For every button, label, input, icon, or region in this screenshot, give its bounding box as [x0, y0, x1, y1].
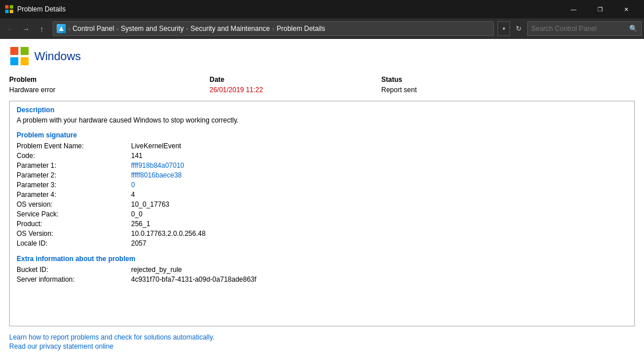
address-dropdown-button[interactable]: ▾ [497, 21, 510, 36]
sig-label: Parameter 1: [17, 161, 131, 170]
extra-label: Server information: [17, 275, 131, 284]
col-header-status: Status [381, 76, 635, 84]
sig-value: 0_0 [131, 210, 627, 219]
extra-info-title: Extra information about the problem [17, 255, 627, 263]
extra-info-table: Bucket ID:rejected_by_ruleServer informa… [17, 265, 627, 284]
sep-4: › [271, 25, 276, 32]
problem-date: 26/01/2019 11:22 [210, 86, 381, 94]
forward-button[interactable]: → [18, 21, 33, 36]
sig-label: Product: [17, 219, 131, 228]
sep-3: › [185, 25, 189, 32]
sig-label: Parameter 4: [17, 190, 131, 199]
window-title: Problem Details [17, 5, 560, 13]
sig-value: 2057 [131, 239, 627, 248]
privacy-link[interactable]: Read our privacy statement online [9, 342, 635, 350]
description-text: A problem with your hardware caused Wind… [17, 116, 627, 124]
svg-rect-8 [21, 57, 29, 65]
sig-value: ffff918b84a07010 [131, 161, 627, 170]
sig-label: Parameter 3: [17, 180, 131, 190]
close-button[interactable]: ✕ [613, 0, 639, 18]
sig-label: Code: [17, 151, 131, 160]
path-icon [57, 24, 66, 33]
window-controls: — ❐ ✕ [560, 0, 639, 18]
problem-signature-table: Problem Event Name:LiveKernelEventCode:1… [17, 141, 627, 248]
main-content: Windows Problem Date Status Hardware err… [0, 39, 644, 363]
up-button[interactable]: ↑ [34, 21, 49, 36]
sig-value: 4 [131, 190, 627, 199]
sig-label: OS version: [17, 200, 131, 209]
search-box: 🔍 [527, 21, 642, 36]
svg-rect-0 [5, 5, 9, 9]
problem-table-header: Problem Date Status [9, 76, 635, 84]
sig-value: 0 [131, 180, 627, 190]
address-path: › Control Panel › System and Security › … [53, 21, 494, 36]
windows-header: Windows [9, 46, 635, 66]
windows-logo-icon [9, 46, 30, 66]
svg-rect-3 [10, 10, 13, 13]
sep-1: › [67, 25, 72, 32]
extra-label: Bucket ID: [17, 265, 131, 274]
links-section: Learn how to report problems and check f… [9, 333, 635, 352]
app-icon [5, 5, 14, 14]
sig-value: fffff8016baece38 [131, 171, 627, 180]
sig-label: Service Pack: [17, 210, 131, 219]
svg-rect-2 [5, 10, 9, 13]
windows-title: Windows [34, 50, 81, 63]
learn-link[interactable]: Learn how to report problems and check f… [9, 333, 635, 341]
svg-rect-5 [10, 47, 18, 55]
breadcrumb-security-maintenance[interactable]: Security and Maintenance [191, 25, 270, 33]
back-button[interactable]: ← [2, 21, 17, 36]
breadcrumb-control-panel[interactable]: Control Panel [73, 25, 114, 33]
refresh-button[interactable]: ↻ [511, 21, 526, 36]
svg-rect-7 [10, 57, 18, 65]
problem-row: Hardware error 26/01/2019 11:22 Report s… [9, 86, 635, 94]
address-bar-end: ▾ ↻ [497, 21, 526, 36]
sep-2: › [115, 25, 120, 32]
sig-label: Locale ID: [17, 239, 131, 248]
problem-status: Report sent [381, 86, 635, 94]
problem-signature-title: Problem signature [17, 131, 627, 139]
minimize-button[interactable]: — [560, 0, 587, 18]
extra-value: rejected_by_rule [131, 265, 627, 274]
breadcrumb-system-security[interactable]: System and Security [121, 25, 184, 33]
svg-rect-1 [10, 5, 13, 9]
sig-value: 256_1 [131, 219, 627, 228]
svg-rect-6 [21, 47, 29, 55]
problem-name: Hardware error [9, 86, 210, 94]
sig-value: 10_0_17763 [131, 200, 627, 209]
breadcrumb-problem-details[interactable]: Problem Details [276, 25, 325, 33]
address-bar: ← → ↑ › Control Panel › System and Secur… [0, 18, 644, 39]
sig-value: 141 [131, 151, 627, 160]
description-section-title: Description [17, 106, 627, 114]
extra-value: 4c931f70-bfa7-4131-a09d-0a718ade863f [131, 275, 627, 284]
restore-button[interactable]: ❐ [587, 0, 613, 18]
sig-label: Parameter 2: [17, 171, 131, 180]
sig-label: Problem Event Name: [17, 141, 131, 151]
sig-label: OS Version: [17, 229, 131, 238]
search-icon[interactable]: 🔍 [629, 25, 638, 33]
col-header-date: Date [210, 76, 381, 84]
sig-value: LiveKernelEvent [131, 141, 627, 151]
col-header-problem: Problem [9, 76, 210, 84]
sig-value: 10.0.17763.2.0.0.256.48 [131, 229, 627, 238]
title-bar: Problem Details — ❐ ✕ [0, 0, 644, 18]
search-input[interactable] [531, 25, 627, 33]
svg-marker-4 [59, 26, 64, 31]
description-box: Description A problem with your hardware… [9, 101, 635, 326]
